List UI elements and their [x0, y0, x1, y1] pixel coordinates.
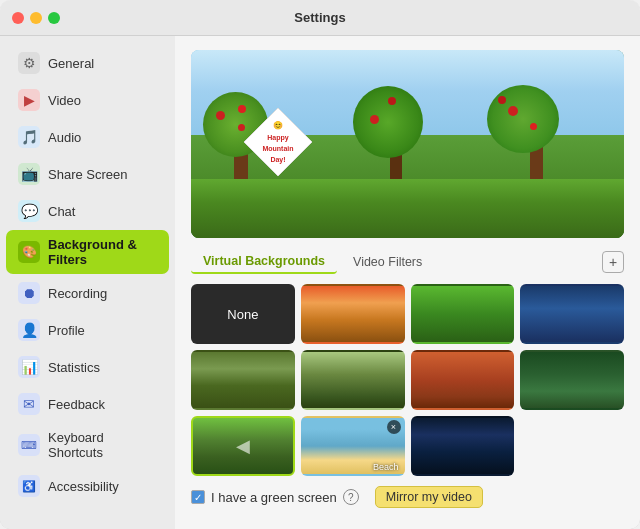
background-aerial[interactable] [301, 350, 405, 410]
sidebar-item-label: Chat [48, 204, 75, 219]
svg-text:Happy: Happy [267, 134, 289, 142]
background-green-nature[interactable] [411, 284, 515, 344]
feedback-icon: ✉ [18, 393, 40, 415]
maximize-button[interactable] [48, 12, 60, 24]
tabs-bar: Virtual Backgrounds Video Filters + [191, 250, 624, 274]
background-selected-green[interactable]: ◀ [191, 416, 295, 476]
close-button[interactable] [12, 12, 24, 24]
background-forest-dark[interactable] [520, 350, 624, 410]
apple-3c [498, 96, 506, 104]
apple-1a [216, 111, 225, 120]
apple-2b [388, 97, 396, 105]
main-panel: 😊 Happy Mountain Day! Virtual Background… [175, 36, 640, 529]
sidebar-item-label: Profile [48, 323, 85, 338]
sidebar-item-label: Video [48, 93, 81, 108]
keyboard-shortcuts-icon: ⌨ [18, 434, 40, 456]
sidebar-item-video[interactable]: ▶ Video [6, 82, 169, 118]
bottom-bar: ✓ I have a green screen ? Mirror my vide… [191, 476, 624, 512]
sidebar-item-label: Recording [48, 286, 107, 301]
profile-icon: 👤 [18, 319, 40, 341]
tab-video-filters[interactable]: Video Filters [341, 251, 434, 273]
sidebar-item-accessibility[interactable]: ♿ Accessibility [6, 468, 169, 504]
sidebar-item-keyboard-shortcuts[interactable]: ⌨ Keyboard Shortcuts [6, 423, 169, 467]
sidebar-item-label: General [48, 56, 94, 71]
background-bridge[interactable] [411, 350, 515, 410]
crown-2 [353, 86, 423, 158]
sidebar-item-general[interactable]: ⚙ General [6, 45, 169, 81]
sidebar-item-label: Feedback [48, 397, 105, 412]
sidebar-item-share-screen[interactable]: 📺 Share Screen [6, 156, 169, 192]
share-screen-icon: 📺 [18, 163, 40, 185]
apple-3a [508, 106, 518, 116]
video-icon: ▶ [18, 89, 40, 111]
sidebar: ⚙ General ▶ Video 🎵 Audio 📺 Share Screen… [0, 36, 175, 529]
background-none[interactable]: None [191, 284, 295, 344]
background-filters-icon: 🎨 [18, 241, 40, 263]
preview-area: 😊 Happy Mountain Day! [191, 50, 624, 238]
green-screen-checkbox[interactable]: ✓ [191, 490, 205, 504]
preview-scene: 😊 Happy Mountain Day! [191, 50, 624, 238]
sidebar-item-chat[interactable]: 💬 Chat [6, 193, 169, 229]
audio-icon: 🎵 [18, 126, 40, 148]
statistics-icon: 📊 [18, 356, 40, 378]
main-content: ⚙ General ▶ Video 🎵 Audio 📺 Share Screen… [0, 36, 640, 529]
tab-virtual-backgrounds[interactable]: Virtual Backgrounds [191, 250, 337, 274]
sidebar-item-background-filters[interactable]: 🎨 Background & Filters [6, 230, 169, 274]
add-background-button[interactable]: + [602, 251, 624, 273]
green-screen-help-icon[interactable]: ? [343, 489, 359, 505]
sidebar-item-statistics[interactable]: 📊 Statistics [6, 349, 169, 385]
sidebar-item-label: Keyboard Shortcuts [48, 430, 157, 460]
background-aurora[interactable] [411, 416, 515, 476]
badge-overlay: 😊 Happy Mountain Day! [242, 106, 314, 182]
settings-window: Settings ⚙ General ▶ Video 🎵 Audio 📺 Sha… [0, 0, 640, 529]
beach-label: Beach [373, 462, 399, 472]
sidebar-item-feedback[interactable]: ✉ Feedback [6, 386, 169, 422]
delete-beach-button[interactable]: × [387, 420, 401, 434]
window-title: Settings [294, 10, 345, 25]
green-screen-row: ✓ I have a green screen ? [191, 489, 359, 505]
titlebar: Settings [0, 0, 640, 36]
background-beach[interactable]: × Beach [301, 416, 405, 476]
chat-icon: 💬 [18, 200, 40, 222]
apple-3b [530, 123, 537, 130]
sidebar-item-audio[interactable]: 🎵 Audio [6, 119, 169, 155]
svg-text:Mountain: Mountain [262, 145, 293, 152]
recording-icon: ⏺ [18, 282, 40, 304]
sidebar-item-label: Accessibility [48, 479, 119, 494]
sidebar-item-recording[interactable]: ⏺ Recording [6, 275, 169, 311]
accessibility-icon: ♿ [18, 475, 40, 497]
svg-marker-0 [244, 108, 312, 176]
svg-text:😊: 😊 [273, 120, 283, 130]
background-grid-wrapper: None ◀ [191, 284, 624, 476]
background-golden-gate[interactable] [301, 284, 405, 344]
background-grid: None ◀ [191, 284, 624, 476]
green-screen-label: I have a green screen [211, 490, 337, 505]
selected-indicator: ◀ [236, 435, 250, 457]
sidebar-item-label: Background & Filters [48, 237, 157, 267]
mirror-video-button[interactable]: Mirror my video [375, 486, 483, 508]
badge-diamond: 😊 Happy Mountain Day! [242, 106, 314, 178]
minimize-button[interactable] [30, 12, 42, 24]
crown-3 [487, 85, 559, 153]
background-river[interactable] [191, 350, 295, 410]
general-icon: ⚙ [18, 52, 40, 74]
sidebar-item-label: Statistics [48, 360, 100, 375]
grass-ground [191, 179, 624, 238]
background-space[interactable] [520, 284, 624, 344]
svg-text:Day!: Day! [270, 156, 285, 164]
sidebar-item-profile[interactable]: 👤 Profile [6, 312, 169, 348]
sidebar-item-label: Share Screen [48, 167, 128, 182]
apple-2a [370, 115, 379, 124]
sidebar-item-label: Audio [48, 130, 81, 145]
